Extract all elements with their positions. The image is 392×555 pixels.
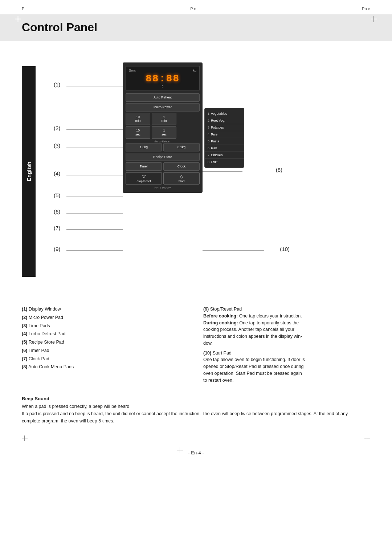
label-8: (8) [276, 167, 282, 173]
stop-reset-button[interactable]: ▽ Stop/Reset [126, 172, 162, 185]
desc-10: (10) Start Pad One tap allows oven to be… [203, 350, 370, 384]
descriptions-left: (1) Display Window (2) Micro Power Pad (… [22, 306, 189, 385]
menu-item-1[interactable]: 1Vegetables [205, 110, 244, 117]
crosshair-top-right [371, 16, 377, 22]
desc-5: (5) Recipe Store Pad [22, 339, 189, 346]
potatoes-label [178, 113, 200, 125]
model-label: NN-ST656W [126, 186, 200, 189]
serv-label: Serv. [129, 69, 136, 72]
spacer [178, 126, 200, 139]
desc-6: (6) Timer Pad [22, 347, 189, 354]
crosshair-bottom-right [364, 436, 370, 441]
display-g-label: g [129, 84, 196, 88]
turbo-defrost-row: 1.0kg 0.1kg [126, 143, 200, 151]
beep-title: Beep Sound [22, 396, 370, 401]
10min-button[interactable]: 10min [126, 113, 150, 125]
10sec-button[interactable]: 10sec [126, 126, 150, 139]
menu-item-3[interactable]: 3Potatoes [205, 124, 244, 131]
menu-item-5[interactable]: 5Pasta [205, 138, 244, 145]
beep-text-2: If a pad is pressed and no beep is heard… [22, 410, 348, 425]
timer-button[interactable]: Timer [126, 162, 162, 171]
header-left: P [22, 7, 24, 11]
header-middle: P n [190, 7, 196, 11]
micro-power-button[interactable]: Micro Power [126, 103, 200, 112]
label-6: (6) [54, 208, 60, 215]
label-7: (7) [54, 225, 60, 231]
microwave-panel: Serv. kg 88:88 g Auto Reheat Micro Power… [123, 62, 203, 193]
clock-button[interactable]: Clock [163, 162, 200, 171]
desc-7: (7) Clock Pad [22, 356, 189, 362]
crosshair-bottom-left [22, 436, 28, 441]
label-9: (9) [54, 246, 60, 252]
label-4: (4) [54, 170, 60, 177]
label-1: (1) [54, 81, 60, 88]
menu-item-4[interactable]: 4Rice [205, 131, 244, 138]
label-5: (5) [54, 192, 60, 198]
menu-item-2[interactable]: 2Root Veg. [205, 117, 244, 124]
diagram-area: (1) (2) (3) (4) (5) (6) (7) (9) (8) (10)… [46, 52, 344, 288]
crosshair-top-left [15, 16, 21, 22]
page-header: P P n Pa e [0, 0, 392, 14]
footer-text: - En-4 - [188, 450, 204, 455]
kg-label: kg [193, 69, 196, 72]
desc-4: (4) Turbo Defrost Pad [22, 331, 189, 337]
time-pads-row2: 10sec 1sec [126, 126, 200, 139]
label-10: (10) [280, 246, 290, 252]
start-button[interactable]: ◇ Start [163, 172, 200, 185]
menu-panel: 1Vegetables 2Root Veg. 3Potatoes 4Rice 5… [204, 108, 244, 168]
desc-9: (9) Stop/Reset Pad Before cooking: One t… [203, 306, 370, 347]
desc-2: (2) Micro Power Pad [22, 314, 189, 321]
page-footer: - En-4 - [0, 436, 392, 463]
turbo-defrost-section: ↑Turbo Defrost↑ 1.0kg 0.1kg [126, 140, 200, 151]
recipe-store-row: Recipe Store [126, 153, 200, 161]
1min-button[interactable]: 1min [152, 113, 176, 125]
menu-item-7[interactable]: 7Chicken [205, 152, 244, 159]
title-area: Control Panel [0, 14, 392, 41]
auto-reheat-row: Auto Reheat [126, 93, 200, 102]
beep-text-1: When a pad is pressed correctly, a beep … [22, 403, 348, 410]
micro-power-row: Micro Power [126, 103, 200, 112]
1sec-button[interactable]: 1sec [152, 126, 176, 139]
stop-start-row: ▽ Stop/Reset ◇ Start [126, 172, 200, 185]
menu-item-8[interactable]: 8Fruit [205, 159, 244, 165]
menu-item-6[interactable]: 6Fish [205, 145, 244, 152]
display-digits: 88:88 [129, 73, 196, 84]
descriptions-right: (9) Stop/Reset Pad Before cooking: One t… [203, 306, 370, 385]
recipe-store-button[interactable]: Recipe Store [126, 153, 200, 161]
turbo-label: ↑Turbo Defrost↑ [126, 140, 200, 143]
desc-8: (8) Auto Cook Menu Pads [22, 364, 189, 370]
1kg-button[interactable]: 1.0kg [126, 143, 162, 151]
label-3: (3) [54, 142, 60, 149]
display-area: Serv. kg 88:88 g [126, 66, 200, 90]
beep-section: Beep Sound When a pad is pressed correct… [0, 392, 392, 436]
0.1kg-button[interactable]: 0.1kg [163, 143, 200, 151]
label-2: (2) [54, 125, 60, 131]
main-content: English (1) (2) [0, 41, 392, 299]
auto-reheat-button[interactable]: Auto Reheat [126, 93, 200, 102]
crosshair-footer [177, 447, 183, 453]
timer-clock-row: Timer Clock [126, 162, 200, 171]
page-title: Control Panel [22, 21, 370, 34]
desc-1: (1) Display Window [22, 306, 189, 313]
header-right: Pa e [362, 7, 370, 11]
desc-3: (3) Time Pads [22, 323, 189, 329]
descriptions-area: (1) Display Window (2) Micro Power Pad (… [0, 299, 392, 392]
time-pads-row1: 10min 1min [126, 113, 200, 125]
english-sidebar: English [22, 66, 36, 277]
